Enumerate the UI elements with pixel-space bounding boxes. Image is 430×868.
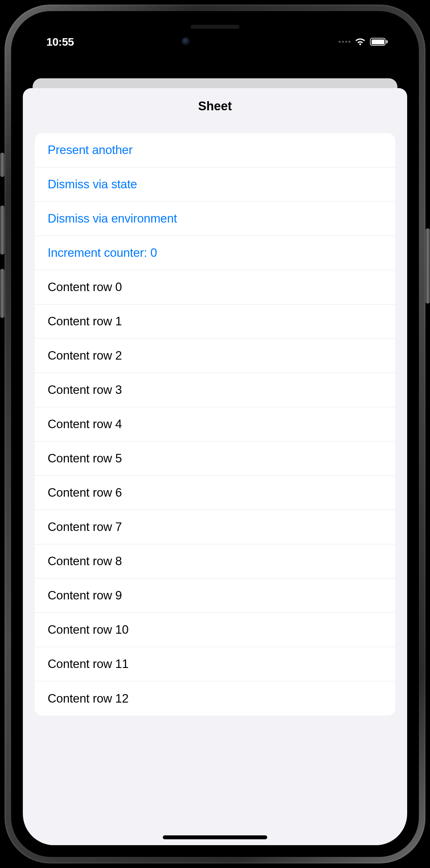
row-label: Content row 12 [48, 692, 128, 706]
content-row: Content row 10 [35, 613, 395, 647]
home-indicator[interactable] [163, 835, 267, 839]
content-row: Content row 8 [35, 544, 395, 579]
content-row: Content row 0 [35, 270, 395, 305]
wifi-icon [354, 37, 366, 46]
row-label: Content row 8 [48, 554, 122, 568]
dismiss-via-state-button[interactable]: Dismiss via state [35, 167, 395, 202]
content-row: Content row 5 [35, 441, 395, 476]
row-label: Content row 7 [48, 520, 122, 534]
increment-counter-button[interactable]: Increment counter: 0 [35, 236, 395, 270]
row-label: Present another [48, 143, 132, 157]
power-button [425, 228, 430, 304]
row-label: Content row 9 [48, 589, 122, 602]
volume-up-button [0, 206, 5, 254]
content-row: Content row 11 [35, 647, 395, 681]
mute-switch [0, 153, 5, 177]
row-label: Content row 3 [48, 383, 122, 397]
row-label: Dismiss via environment [48, 212, 177, 225]
content-row: Content row 12 [35, 681, 395, 716]
cellular-icon [339, 41, 350, 43]
row-label: Content row 2 [48, 349, 122, 363]
sheet-header: Sheet [23, 88, 407, 124]
row-label: Content row 5 [48, 452, 122, 465]
phone-frame: 10:55 Sheet [0, 0, 430, 868]
content-row: Content row 2 [35, 339, 395, 373]
row-label: Content row 11 [48, 657, 128, 671]
present-another-button[interactable]: Present another [35, 133, 395, 167]
battery-icon [370, 38, 388, 46]
row-label: Increment counter: 0 [48, 246, 157, 260]
status-indicators [339, 37, 388, 46]
earpiece [190, 25, 240, 29]
row-label: Content row 0 [48, 280, 122, 294]
content-row: Content row 3 [35, 373, 395, 407]
dismiss-via-environment-button[interactable]: Dismiss via environment [35, 202, 395, 236]
row-label: Dismiss via state [48, 178, 137, 191]
row-label: Content row 1 [48, 315, 122, 328]
row-label: Content row 6 [48, 486, 122, 500]
content-row: Content row 7 [35, 510, 395, 544]
volume-down-button [0, 269, 5, 318]
status-time: 10:55 [46, 36, 74, 48]
content-row: Content row 4 [35, 407, 395, 441]
content-row: Content row 6 [35, 476, 395, 510]
list[interactable]: Present another Dismiss via state Dismis… [35, 133, 395, 716]
sheet-title: Sheet [198, 99, 232, 113]
screen: 10:55 Sheet [23, 23, 407, 845]
content-row: Content row 1 [35, 305, 395, 339]
row-label: Content row 4 [48, 417, 122, 431]
front-camera [182, 37, 190, 46]
sheet: Sheet Present another Dismiss via state … [23, 88, 407, 845]
content-row: Content row 9 [35, 579, 395, 613]
row-label: Content row 10 [48, 623, 128, 637]
